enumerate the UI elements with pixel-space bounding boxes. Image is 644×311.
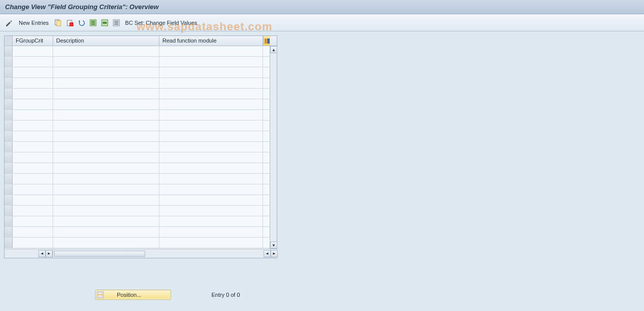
cell-description[interactable] <box>53 216 159 226</box>
cell-fgroupcrit[interactable] <box>13 67 53 77</box>
cell-fgroupcrit[interactable] <box>13 206 53 216</box>
row-selector[interactable] <box>5 110 13 120</box>
column-header-fgroupcrit[interactable]: FGroupCrit <box>13 36 53 46</box>
table-row[interactable] <box>5 152 270 163</box>
cell-read-function-module[interactable] <box>159 110 263 120</box>
scroll-col-left-icon[interactable]: ◄ <box>38 250 46 257</box>
delete-icon[interactable] <box>65 18 75 28</box>
table-row[interactable] <box>5 206 270 216</box>
horizontal-scroll-thumb[interactable] <box>54 251 145 257</box>
cell-fgroupcrit[interactable] <box>13 78 53 88</box>
table-row[interactable] <box>5 78 270 89</box>
row-selector[interactable] <box>5 163 13 173</box>
cell-description[interactable] <box>53 46 159 56</box>
cell-read-function-module[interactable] <box>159 152 263 163</box>
row-selector[interactable] <box>5 131 13 141</box>
cell-description[interactable] <box>53 131 159 141</box>
cell-read-function-module[interactable] <box>159 131 263 141</box>
cell-description[interactable] <box>53 238 159 248</box>
cell-description[interactable] <box>53 57 159 67</box>
cell-read-function-module[interactable] <box>159 163 263 173</box>
cell-fgroupcrit[interactable] <box>13 89 53 99</box>
position-button[interactable]: Position... <box>95 290 171 300</box>
row-selector[interactable] <box>5 78 13 88</box>
cell-fgroupcrit[interactable] <box>13 195 53 205</box>
cell-read-function-module[interactable] <box>159 184 263 195</box>
table-row[interactable] <box>5 184 270 195</box>
copy-icon[interactable] <box>53 18 63 28</box>
row-selector[interactable] <box>5 184 13 195</box>
table-row[interactable] <box>5 142 270 152</box>
cell-read-function-module[interactable] <box>159 174 263 184</box>
cell-fgroupcrit[interactable] <box>13 46 53 56</box>
table-row[interactable] <box>5 227 270 238</box>
cell-fgroupcrit[interactable] <box>13 184 53 195</box>
table-row[interactable] <box>5 174 270 184</box>
bcset-change-field-values-label[interactable]: BC Set: Change Field Values <box>123 19 199 27</box>
cell-fgroupcrit[interactable] <box>13 142 53 152</box>
cell-description[interactable] <box>53 163 159 173</box>
cell-description[interactable] <box>53 142 159 152</box>
cell-read-function-module[interactable] <box>159 195 263 205</box>
cell-description[interactable] <box>53 121 159 131</box>
cell-read-function-module[interactable] <box>159 89 263 99</box>
row-selector[interactable] <box>5 46 13 56</box>
column-header-selector[interactable] <box>5 36 13 46</box>
row-selector[interactable] <box>5 238 13 248</box>
row-selector[interactable] <box>5 216 13 226</box>
column-header-read-function-module[interactable]: Read function module <box>159 36 263 46</box>
cell-fgroupcrit[interactable] <box>13 216 53 226</box>
cell-fgroupcrit[interactable] <box>13 238 53 248</box>
cell-read-function-module[interactable] <box>159 78 263 88</box>
cell-fgroupcrit[interactable] <box>13 163 53 173</box>
cell-description[interactable] <box>53 89 159 99</box>
undo-icon[interactable] <box>76 18 87 28</box>
cell-fgroupcrit[interactable] <box>13 131 53 141</box>
row-selector[interactable] <box>5 206 13 216</box>
row-selector[interactable] <box>5 89 13 99</box>
column-header-description[interactable]: Description <box>53 36 159 46</box>
row-selector[interactable] <box>5 67 13 77</box>
cell-read-function-module[interactable] <box>159 121 263 131</box>
cell-description[interactable] <box>53 206 159 216</box>
scroll-right-icon[interactable]: ► <box>271 250 278 257</box>
row-selector[interactable] <box>5 174 13 184</box>
table-row[interactable] <box>5 46 270 57</box>
cell-description[interactable] <box>53 67 159 77</box>
cell-description[interactable] <box>53 227 159 237</box>
table-settings-icon[interactable] <box>263 36 270 46</box>
select-block-icon[interactable] <box>100 18 110 28</box>
table-row[interactable] <box>5 195 270 206</box>
table-row[interactable] <box>5 238 270 248</box>
cell-description[interactable] <box>53 78 159 88</box>
cell-description[interactable] <box>53 174 159 184</box>
cell-fgroupcrit[interactable] <box>13 110 53 120</box>
scroll-up-icon[interactable]: ▲ <box>270 46 277 53</box>
cell-fgroupcrit[interactable] <box>13 99 53 109</box>
row-selector[interactable] <box>5 99 13 109</box>
cell-read-function-module[interactable] <box>159 142 263 152</box>
cell-fgroupcrit[interactable] <box>13 57 53 67</box>
cell-read-function-module[interactable] <box>159 216 263 226</box>
cell-description[interactable] <box>53 195 159 205</box>
cell-fgroupcrit[interactable] <box>13 227 53 237</box>
cell-read-function-module[interactable] <box>159 227 263 237</box>
cell-fgroupcrit[interactable] <box>13 174 53 184</box>
cell-description[interactable] <box>53 110 159 120</box>
cell-read-function-module[interactable] <box>159 57 263 67</box>
table-row[interactable] <box>5 121 270 131</box>
cell-description[interactable] <box>53 99 159 109</box>
scroll-col-right-icon[interactable]: ► <box>46 250 53 257</box>
table-row[interactable] <box>5 89 270 99</box>
cell-fgroupcrit[interactable] <box>13 152 53 163</box>
cell-description[interactable] <box>53 152 159 163</box>
row-selector[interactable] <box>5 142 13 152</box>
table-row[interactable] <box>5 57 270 67</box>
row-selector[interactable] <box>5 121 13 131</box>
cell-description[interactable] <box>53 184 159 195</box>
cell-read-function-module[interactable] <box>159 99 263 109</box>
row-selector[interactable] <box>5 57 13 67</box>
switch-mode-icon[interactable] <box>4 18 14 28</box>
cell-fgroupcrit[interactable] <box>13 121 53 131</box>
vertical-scrollbar[interactable]: ▲ ▼ <box>270 46 277 249</box>
